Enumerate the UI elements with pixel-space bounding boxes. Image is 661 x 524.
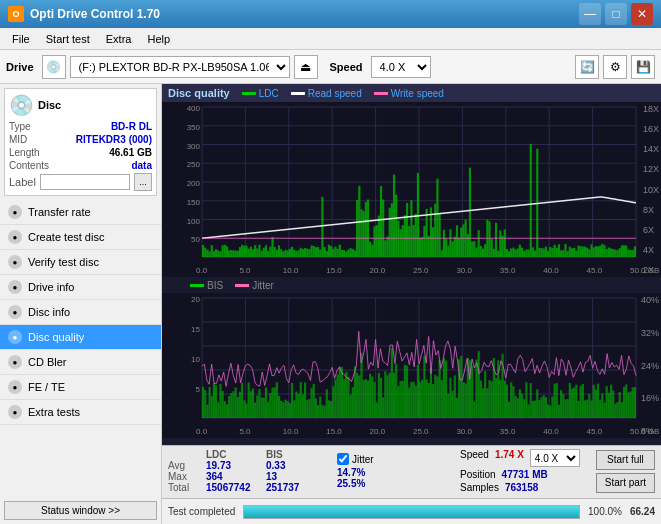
contents-label: Contents <box>9 160 49 171</box>
legend-read: Read speed <box>291 88 362 99</box>
speed-select[interactable]: 4.0 X <box>371 56 431 78</box>
write-legend-label: Write speed <box>391 88 444 99</box>
legend-ldc: LDC <box>242 88 279 99</box>
nav-icon-transfer-rate: ● <box>8 205 22 219</box>
bottom-chart-canvas <box>162 293 661 438</box>
type-label: Type <box>9 121 31 132</box>
bottom-chart-wrapper: 40% 32% 24% 16% 8% <box>162 293 661 438</box>
samples-row: Samples 763158 <box>460 482 580 493</box>
nav-icon-disc-info: ● <box>8 305 22 319</box>
speed-row: Speed 1.74 X 4.0 X <box>460 449 580 467</box>
nav-icon-create-test-disc: ● <box>8 230 22 244</box>
legend-jitter: Jitter <box>235 280 274 291</box>
disc-label-row: Label ... <box>9 173 152 191</box>
progress-area: Test completed 100.0% 66.24 <box>162 498 661 524</box>
speed-label-stat: Speed <box>460 449 489 467</box>
stats-area: LDC BIS Avg 19.73 0.33 Max 364 13 Total … <box>162 445 661 498</box>
samples-value: 763158 <box>505 482 538 493</box>
length-label: Length <box>9 147 40 158</box>
jitter-checkbox[interactable] <box>337 453 349 465</box>
drive-label: Drive <box>6 61 34 73</box>
mid-label: MID <box>9 134 27 145</box>
nav-item-disc-info[interactable]: ●Disc info <box>0 300 161 325</box>
menu-start-test[interactable]: Start test <box>38 31 98 47</box>
nav-label-cd-bler: CD Bler <box>28 356 67 368</box>
mid-value: RITEKDR3 (000) <box>76 134 152 145</box>
title-bar: O Opti Drive Control 1.70 — □ ✕ <box>0 0 661 28</box>
nav-item-drive-info[interactable]: ●Drive info <box>0 275 161 300</box>
write-legend-color <box>374 92 388 95</box>
nav-icon-drive-info: ● <box>8 280 22 294</box>
nav-label-transfer-rate: Transfer rate <box>28 206 91 218</box>
max-ldc: 364 <box>206 471 266 482</box>
top-y-axis-right: 18X 16X 14X 12X 10X 8X 6X 4X 2X <box>643 102 659 277</box>
disc-type-row: Type BD-R DL <box>9 121 152 132</box>
contents-value: data <box>131 160 152 171</box>
type-value: BD-R DL <box>111 121 152 132</box>
label-input[interactable] <box>40 174 130 190</box>
total-label: Total <box>168 482 206 493</box>
settings-button[interactable]: ⚙ <box>603 55 627 79</box>
speed-select-stat[interactable]: 4.0 X <box>530 449 580 467</box>
jitter-label: Jitter <box>352 454 374 465</box>
minimize-button[interactable]: — <box>579 3 601 25</box>
app-icon: O <box>8 6 24 22</box>
nav-item-cd-bler[interactable]: ●CD Bler <box>0 350 161 375</box>
avg-label: Avg <box>168 460 206 471</box>
speed-label: Speed <box>330 61 363 73</box>
nav-label-verify-test-disc: Verify test disc <box>28 256 99 268</box>
avg-ldc: 19.73 <box>206 460 266 471</box>
total-bis: 251737 <box>266 482 321 493</box>
jitter-legend-label: Jitter <box>252 280 274 291</box>
save-button[interactable]: 💾 <box>631 55 655 79</box>
position-row: Position 47731 MB <box>460 469 580 480</box>
samples-label: Samples <box>460 482 499 493</box>
nav-label-disc-info: Disc info <box>28 306 70 318</box>
menu-bar: File Start test Extra Help <box>0 28 661 50</box>
speed-position-section: Speed 1.74 X 4.0 X Position 47731 MB Sam… <box>460 449 580 493</box>
nav-label-drive-info: Drive info <box>28 281 74 293</box>
main-content: 💿 Disc Type BD-R DL MID RITEKDR3 (000) L… <box>0 84 661 524</box>
stats-col-bis: BIS <box>266 449 321 460</box>
nav-item-verify-test-disc[interactable]: ●Verify test disc <box>0 250 161 275</box>
nav-item-transfer-rate[interactable]: ●Transfer rate <box>0 200 161 225</box>
disc-mid-row: MID RITEKDR3 (000) <box>9 134 152 145</box>
disc-contents-row: Contents data <box>9 160 152 171</box>
menu-help[interactable]: Help <box>139 31 178 47</box>
drive-icon-btn[interactable]: 💿 <box>42 55 66 79</box>
stats-table: LDC BIS Avg 19.73 0.33 Max 364 13 Total … <box>168 449 321 493</box>
stats-row: LDC BIS Avg 19.73 0.33 Max 364 13 Total … <box>168 449 655 493</box>
nav-item-disc-quality[interactable]: ●Disc quality <box>0 325 161 350</box>
menu-extra[interactable]: Extra <box>98 31 140 47</box>
status-window-btn[interactable]: Status window >> <box>4 501 157 520</box>
speed-value: 1.74 X <box>495 449 524 467</box>
nav-item-fe-te[interactable]: ●FE / TE <box>0 375 161 400</box>
legend-write: Write speed <box>374 88 444 99</box>
maximize-button[interactable]: □ <box>605 3 627 25</box>
right-panel: Disc quality LDC Read speed Write speed … <box>162 84 661 524</box>
jitter-section: Jitter 14.7% 25.5% <box>337 453 374 489</box>
bis-legend-label: BIS <box>207 280 223 291</box>
label-browse-btn[interactable]: ... <box>134 173 152 191</box>
close-button[interactable]: ✕ <box>631 3 653 25</box>
legend-bis: BIS <box>190 280 223 291</box>
title-controls: — □ ✕ <box>579 3 653 25</box>
menu-file[interactable]: File <box>4 31 38 47</box>
refresh-button[interactable]: 🔄 <box>575 55 599 79</box>
drive-select[interactable]: (F:) PLEXTOR BD-R PX-LB950SA 1.06 <box>70 56 290 78</box>
start-part-button[interactable]: Start part <box>596 473 655 493</box>
nav-icon-cd-bler: ● <box>8 355 22 369</box>
progress-percent: 100.0% <box>588 506 622 517</box>
jitter-max: 25.5% <box>337 478 374 489</box>
nav-item-create-test-disc[interactable]: ●Create test disc <box>0 225 161 250</box>
start-full-button[interactable]: Start full <box>596 450 655 470</box>
disc-section-title: Disc <box>38 99 61 111</box>
nav-item-extra-tests[interactable]: ●Extra tests <box>0 400 161 425</box>
length-value: 46.61 GB <box>109 147 152 158</box>
max-bis: 13 <box>266 471 321 482</box>
nav-list: ●Transfer rate●Create test disc●Verify t… <box>0 200 161 425</box>
position-label: Position <box>460 469 496 480</box>
app-title: Opti Drive Control 1.70 <box>30 7 160 21</box>
eject-button[interactable]: ⏏ <box>294 55 318 79</box>
nav-label-create-test-disc: Create test disc <box>28 231 104 243</box>
